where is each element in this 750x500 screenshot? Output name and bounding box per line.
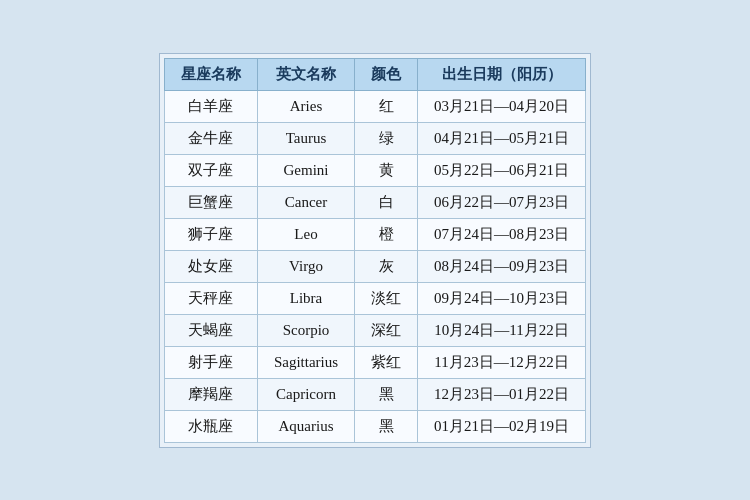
cell-color: 黑 — [355, 378, 418, 410]
cell-color: 深红 — [355, 314, 418, 346]
cell-dates: 03月21日—04月20日 — [418, 90, 586, 122]
cell-english: Leo — [257, 218, 354, 250]
col-header-english: 英文名称 — [257, 58, 354, 90]
cell-dates: 07月24日—08月23日 — [418, 218, 586, 250]
cell-color: 紫红 — [355, 346, 418, 378]
table-row: 天秤座Libra淡红09月24日—10月23日 — [164, 282, 585, 314]
cell-dates: 09月24日—10月23日 — [418, 282, 586, 314]
cell-english: Libra — [257, 282, 354, 314]
cell-dates: 06月22日—07月23日 — [418, 186, 586, 218]
cell-chinese: 双子座 — [164, 154, 257, 186]
cell-english: Aquarius — [257, 410, 354, 442]
cell-chinese: 摩羯座 — [164, 378, 257, 410]
table-row: 狮子座Leo橙07月24日—08月23日 — [164, 218, 585, 250]
cell-color: 白 — [355, 186, 418, 218]
table-row: 射手座Sagittarius紫红11月23日—12月22日 — [164, 346, 585, 378]
cell-dates: 01月21日—02月19日 — [418, 410, 586, 442]
cell-dates: 12月23日—01月22日 — [418, 378, 586, 410]
cell-chinese: 狮子座 — [164, 218, 257, 250]
cell-dates: 10月24日—11月22日 — [418, 314, 586, 346]
cell-color: 灰 — [355, 250, 418, 282]
table-row: 双子座Gemini黄05月22日—06月21日 — [164, 154, 585, 186]
zodiac-table: 星座名称 英文名称 颜色 出生日期（阳历） 白羊座Aries红03月21日—04… — [164, 58, 586, 443]
cell-chinese: 处女座 — [164, 250, 257, 282]
cell-color: 红 — [355, 90, 418, 122]
cell-chinese: 天秤座 — [164, 282, 257, 314]
table-row: 金牛座Taurus绿04月21日—05月21日 — [164, 122, 585, 154]
cell-dates: 08月24日—09月23日 — [418, 250, 586, 282]
cell-english: Taurus — [257, 122, 354, 154]
table-row: 天蝎座Scorpio深红10月24日—11月22日 — [164, 314, 585, 346]
cell-color: 橙 — [355, 218, 418, 250]
cell-color: 绿 — [355, 122, 418, 154]
cell-color: 淡红 — [355, 282, 418, 314]
table-row: 处女座Virgo灰08月24日—09月23日 — [164, 250, 585, 282]
table-row: 水瓶座Aquarius黑01月21日—02月19日 — [164, 410, 585, 442]
col-header-color: 颜色 — [355, 58, 418, 90]
cell-english: Capricorn — [257, 378, 354, 410]
cell-chinese: 水瓶座 — [164, 410, 257, 442]
cell-english: Gemini — [257, 154, 354, 186]
col-header-chinese: 星座名称 — [164, 58, 257, 90]
cell-english: Cancer — [257, 186, 354, 218]
cell-chinese: 白羊座 — [164, 90, 257, 122]
col-header-dates: 出生日期（阳历） — [418, 58, 586, 90]
cell-english: Aries — [257, 90, 354, 122]
cell-chinese: 金牛座 — [164, 122, 257, 154]
cell-chinese: 射手座 — [164, 346, 257, 378]
cell-color: 黑 — [355, 410, 418, 442]
cell-chinese: 天蝎座 — [164, 314, 257, 346]
cell-dates: 04月21日—05月21日 — [418, 122, 586, 154]
cell-english: Sagittarius — [257, 346, 354, 378]
cell-dates: 05月22日—06月21日 — [418, 154, 586, 186]
table-row: 白羊座Aries红03月21日—04月20日 — [164, 90, 585, 122]
table-row: 摩羯座Capricorn黑12月23日—01月22日 — [164, 378, 585, 410]
cell-english: Scorpio — [257, 314, 354, 346]
cell-color: 黄 — [355, 154, 418, 186]
table-header-row: 星座名称 英文名称 颜色 出生日期（阳历） — [164, 58, 585, 90]
table-row: 巨蟹座Cancer白06月22日—07月23日 — [164, 186, 585, 218]
zodiac-table-container: 星座名称 英文名称 颜色 出生日期（阳历） 白羊座Aries红03月21日—04… — [159, 53, 591, 448]
cell-dates: 11月23日—12月22日 — [418, 346, 586, 378]
cell-english: Virgo — [257, 250, 354, 282]
cell-chinese: 巨蟹座 — [164, 186, 257, 218]
